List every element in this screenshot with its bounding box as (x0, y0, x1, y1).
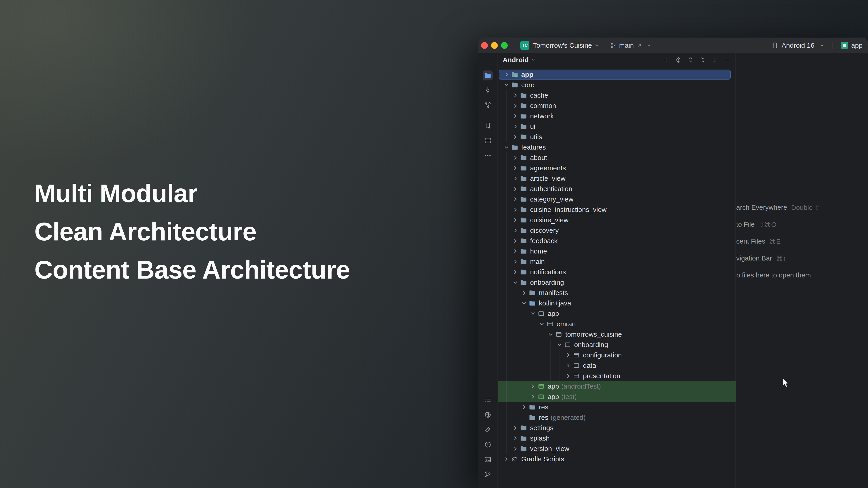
tree-item-category-view[interactable]: category_view (498, 194, 736, 204)
tree-item-settings[interactable]: settings (498, 423, 736, 433)
tree-item-manifests[interactable]: manifests (498, 288, 736, 298)
tree-item-onboarding[interactable]: onboarding (498, 277, 736, 288)
tree-item-data[interactable]: data (498, 360, 736, 371)
tree-item-app[interactable]: app (498, 308, 736, 319)
project-tool-icon[interactable] (483, 70, 493, 80)
chevron-collapsed-icon[interactable] (511, 112, 520, 121)
tree-item-core[interactable]: core (498, 80, 736, 90)
tree-item-notifications[interactable]: notifications (498, 267, 736, 277)
tree-item-common[interactable]: common (498, 101, 736, 111)
tree-item-authentication[interactable]: authentication (498, 184, 736, 194)
todo-tool-icon[interactable] (483, 395, 493, 405)
tree-item-utils[interactable]: utils (498, 132, 736, 142)
tree-item-about[interactable]: about (498, 153, 736, 163)
chevron-collapsed-icon[interactable] (520, 289, 528, 297)
tree-item-configuration[interactable]: configuration (498, 350, 736, 360)
tree-item-article-view[interactable]: article_view (498, 173, 736, 184)
project-selector[interactable]: TC Tomorrow's Cuisine (520, 41, 599, 50)
tree-item-app[interactable]: app (498, 69, 736, 80)
device-manager-tool-icon[interactable] (483, 135, 493, 145)
tree-item-cuisine-instructions-view[interactable]: cuisine_instructions_view (498, 204, 736, 215)
chevron-collapsed-icon[interactable] (511, 205, 520, 214)
tree-item-features[interactable]: features (498, 142, 736, 153)
version-control-tool-icon[interactable] (483, 469, 493, 480)
chevron-collapsed-icon[interactable] (564, 361, 572, 370)
chevron-collapsed-icon[interactable] (564, 372, 572, 380)
chevron-collapsed-icon[interactable] (511, 164, 520, 172)
tree-item-home[interactable]: home (498, 246, 736, 256)
chevron-expanded-icon[interactable] (520, 299, 528, 307)
tree-item-network[interactable]: network (498, 111, 736, 121)
endpoints-tool-icon[interactable] (483, 410, 493, 420)
chevron-collapsed-icon[interactable] (511, 445, 520, 453)
terminal-tool-icon[interactable] (483, 455, 493, 464)
chevron-collapsed-icon[interactable] (564, 351, 572, 359)
tree-item-discovery[interactable]: discovery (498, 225, 736, 236)
collapse-all-icon[interactable] (699, 56, 707, 64)
tree-item-app-test[interactable]: app(test) (498, 392, 736, 402)
tree-item-res-generated[interactable]: res(generated) (498, 412, 736, 423)
options-kebab-icon[interactable] (711, 56, 719, 64)
device-selector[interactable]: Android 16 (782, 41, 814, 49)
chevron-expanded-icon[interactable] (529, 309, 537, 318)
project-view-selector[interactable]: Android (503, 56, 529, 64)
chevron-collapsed-icon[interactable] (511, 424, 520, 432)
chevron-collapsed-icon[interactable] (502, 70, 511, 79)
chevron-expanded-icon[interactable] (502, 80, 511, 89)
tree-item-agreements[interactable]: agreements (498, 163, 736, 173)
chevron-collapsed-icon[interactable] (511, 195, 520, 203)
tree-item-version-view[interactable]: version_view (498, 444, 736, 454)
tree-item-presentation[interactable]: presentation (498, 371, 736, 381)
minimize-window-button[interactable] (491, 42, 498, 49)
chevron-collapsed-icon[interactable] (511, 133, 520, 141)
tree-item-res[interactable]: res (498, 402, 736, 412)
problems-tool-icon[interactable] (483, 440, 493, 450)
expand-all-icon[interactable] (687, 56, 694, 64)
chevron-collapsed-icon[interactable] (529, 392, 537, 401)
chevron-collapsed-icon[interactable] (511, 257, 520, 266)
chevron-collapsed-icon[interactable] (520, 403, 528, 412)
chevron-collapsed-icon[interactable] (502, 455, 511, 463)
locate-file-icon[interactable] (675, 56, 682, 64)
run-config-selector[interactable]: app (851, 41, 863, 49)
tree-item-feedback[interactable]: feedback (498, 236, 736, 246)
tree-item-onboarding[interactable]: onboarding (498, 339, 736, 350)
chevron-collapsed-icon[interactable] (529, 382, 537, 391)
more-tool-windows-icon[interactable] (483, 151, 493, 160)
tree-item-app-androidtest[interactable]: app(androidTest) (498, 381, 736, 392)
chevron-collapsed-icon[interactable] (511, 91, 520, 100)
tree-item-gradle-scripts[interactable]: Gradle Scripts (498, 454, 736, 464)
chevron-expanded-icon[interactable] (555, 340, 564, 349)
chevron-collapsed-icon[interactable] (511, 434, 520, 443)
add-icon[interactable] (662, 56, 670, 64)
chevron-collapsed-icon[interactable] (511, 153, 520, 162)
chevron-collapsed-icon[interactable] (511, 122, 520, 131)
tree-item-emran[interactable]: emran (498, 319, 736, 329)
zoom-window-button[interactable] (501, 42, 508, 49)
tree-item-cache[interactable]: cache (498, 90, 736, 101)
tree-item-tomorrows-cuisine[interactable]: tomorrows_cuisine (498, 329, 736, 339)
chevron-collapsed-icon[interactable] (511, 226, 520, 235)
tree-item-ui[interactable]: ui (498, 121, 736, 132)
tree-item-main[interactable]: main (498, 256, 736, 267)
chevron-collapsed-icon[interactable] (511, 101, 520, 110)
chevron-expanded-icon[interactable] (537, 320, 546, 328)
structure-tool-icon[interactable] (483, 100, 493, 110)
chevron-collapsed-icon[interactable] (511, 216, 520, 224)
build-tool-icon[interactable] (483, 425, 493, 435)
tree-item-kotlin+java[interactable]: kotlin+java (498, 298, 736, 308)
chevron-expanded-icon[interactable] (546, 330, 555, 339)
chevron-collapsed-icon[interactable] (511, 185, 520, 193)
chevron-expanded-icon[interactable] (502, 143, 511, 152)
chevron-expanded-icon[interactable] (511, 278, 520, 287)
chevron-collapsed-icon[interactable] (511, 174, 520, 183)
chevron-collapsed-icon[interactable] (511, 236, 520, 245)
tree-item-splash[interactable]: splash (498, 433, 736, 444)
hide-panel-icon[interactable] (723, 56, 731, 64)
vcs-widget[interactable]: main (610, 41, 651, 49)
commit-tool-icon[interactable] (483, 86, 493, 95)
chevron-collapsed-icon[interactable] (511, 268, 520, 276)
chevron-collapsed-icon[interactable] (511, 247, 520, 256)
close-window-button[interactable] (481, 42, 488, 49)
bookmarks-tool-icon[interactable] (483, 121, 493, 131)
